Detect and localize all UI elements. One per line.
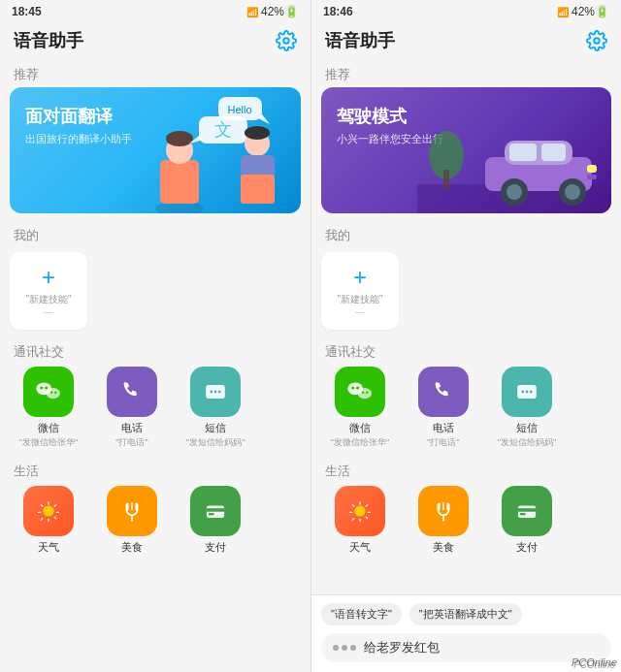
content-right: 推荐 驾驶模式 小兴一路伴您安全出行 bbox=[311, 60, 621, 672]
recommend-label-left: 推荐 bbox=[0, 60, 310, 87]
svg-point-53 bbox=[521, 391, 524, 394]
dot-2 bbox=[342, 645, 347, 651]
my-label-left: 我的 bbox=[0, 221, 310, 248]
wechat-icon-right bbox=[335, 367, 385, 417]
add-skill-card-right[interactable]: + "新建技能" — bbox=[321, 252, 399, 330]
svg-rect-44 bbox=[587, 165, 597, 173]
svg-point-0 bbox=[283, 38, 289, 44]
dash-left: — bbox=[44, 306, 53, 317]
settings-icon-right[interactable] bbox=[586, 30, 607, 51]
phone-hint-right: "打电话" bbox=[427, 436, 459, 449]
translate-illustration: 文 Hello bbox=[126, 87, 301, 213]
plus-icon-left: + bbox=[42, 266, 55, 289]
pay-name-left: 支付 bbox=[205, 540, 226, 555]
svg-point-51 bbox=[366, 392, 368, 394]
svg-point-19 bbox=[50, 392, 52, 394]
dash-right: — bbox=[355, 306, 365, 317]
banner-translate[interactable]: 面对面翻译 出国旅行的翻译小助手 文 bbox=[10, 87, 301, 213]
svg-point-32 bbox=[594, 38, 600, 44]
app-weather-left[interactable]: 天气 bbox=[10, 486, 87, 555]
svg-point-17 bbox=[40, 386, 43, 389]
app-wechat-right[interactable]: 微信 "发微信给张华" bbox=[321, 367, 399, 449]
suggestion-2[interactable]: "把英语翻译成中文" bbox=[409, 603, 522, 625]
banner-title-left: 面对面翻译 bbox=[25, 105, 132, 128]
food-name-left: 美食 bbox=[121, 540, 143, 555]
banner-text-left: 面对面翻译 出国旅行的翻译小助手 bbox=[25, 105, 132, 146]
life-grid-right: 天气 美食 bbox=[321, 486, 611, 555]
svg-point-48 bbox=[351, 386, 354, 389]
sms-hint-left: "发短信给妈妈" bbox=[186, 436, 245, 449]
recommend-label-right: 推荐 bbox=[311, 60, 621, 87]
weather-icon-left bbox=[23, 486, 74, 536]
phone-icon-right bbox=[418, 367, 469, 417]
header-right: 语音助手 bbox=[311, 23, 621, 60]
app-pay-right[interactable]: 支付 bbox=[488, 486, 566, 555]
sms-icon-right bbox=[502, 367, 552, 417]
voice-input-row[interactable]: 给老罗发红包 bbox=[321, 633, 611, 662]
app-sms-right[interactable]: 短信 "发短信给妈妈" bbox=[488, 367, 566, 449]
suggestion-1[interactable]: "语音转文字" bbox=[321, 603, 402, 625]
svg-point-43 bbox=[565, 184, 580, 200]
app-pay-left[interactable]: 支付 bbox=[177, 486, 254, 555]
status-icons-left: 📶 42%🔋 bbox=[246, 5, 299, 18]
sms-name-right: 短信 bbox=[516, 421, 538, 435]
wechat-hint-left: "发微信给张华" bbox=[19, 436, 78, 449]
social-label-right: 通讯社交 bbox=[311, 337, 621, 365]
app-title-right: 语音助手 bbox=[325, 29, 395, 52]
app-wechat-left[interactable]: 微信 "发微信给张华" bbox=[10, 367, 87, 449]
settings-icon-left[interactable] bbox=[276, 30, 297, 51]
wechat-name-right: 微信 bbox=[349, 421, 371, 435]
my-section-right: + "新建技能" — bbox=[311, 248, 621, 337]
weather-name-right: 天气 bbox=[349, 540, 371, 555]
life-grid-left: 天气 美食 bbox=[10, 486, 301, 555]
plus-icon-right: + bbox=[353, 266, 367, 289]
banner-drive[interactable]: 驾驶模式 小兴一路伴您安全出行 bbox=[321, 87, 611, 213]
app-food-right[interactable]: 美食 bbox=[405, 486, 482, 555]
app-phone-right[interactable]: 电话 "打电话" bbox=[405, 367, 482, 449]
svg-rect-62 bbox=[520, 513, 526, 515]
banner-subtitle-left: 出国旅行的翻译小助手 bbox=[25, 132, 132, 146]
food-icon-left bbox=[107, 486, 157, 536]
status-bar-left: 18:45 📶 42%🔋 bbox=[0, 0, 310, 23]
pay-name-right: 支付 bbox=[516, 540, 538, 555]
svg-rect-45 bbox=[587, 175, 597, 179]
weather-name-left: 天气 bbox=[38, 540, 59, 555]
svg-text:文: 文 bbox=[214, 120, 232, 140]
app-food-left[interactable]: 美食 bbox=[93, 486, 171, 555]
food-icon-right bbox=[418, 486, 469, 536]
status-bar-right: 18:46 📶 42%🔋 bbox=[311, 0, 621, 23]
life-apps-left: 天气 美食 bbox=[0, 484, 310, 562]
time-right: 18:46 bbox=[323, 5, 353, 18]
app-weather-right[interactable]: 天气 bbox=[321, 486, 399, 555]
social-grid-right: 微信 "发微信给张华" 电话 "打电话" bbox=[321, 367, 611, 449]
life-label-right: 生活 bbox=[311, 457, 621, 484]
svg-point-23 bbox=[214, 391, 217, 394]
svg-rect-61 bbox=[518, 508, 536, 512]
time-left: 18:45 bbox=[12, 5, 42, 18]
life-label-left: 生活 bbox=[0, 457, 310, 484]
svg-point-50 bbox=[362, 392, 364, 394]
weather-icon-right bbox=[335, 486, 385, 536]
add-skill-card-left[interactable]: + "新建技能" — bbox=[10, 252, 87, 330]
sms-hint-right: "发短信给妈妈" bbox=[498, 436, 556, 449]
content-left: 推荐 面对面翻译 出国旅行的翻译小助手 文 bbox=[0, 60, 310, 672]
food-name-right: 美食 bbox=[433, 540, 454, 555]
pay-icon-left bbox=[190, 486, 241, 536]
phone-icon-left bbox=[107, 367, 157, 417]
svg-rect-35 bbox=[443, 170, 449, 189]
svg-text:Hello: Hello bbox=[227, 104, 251, 115]
signal-left: 📶 bbox=[246, 7, 258, 17]
app-title-left: 语音助手 bbox=[14, 29, 83, 52]
wechat-name-left: 微信 bbox=[38, 421, 59, 435]
app-sms-left[interactable]: 短信 "发短信给妈妈" bbox=[177, 367, 254, 449]
voice-input-text[interactable]: 给老罗发红包 bbox=[364, 639, 600, 656]
svg-rect-30 bbox=[207, 508, 224, 512]
app-phone-left[interactable]: 电话 "打电话" bbox=[93, 367, 171, 449]
svg-point-20 bbox=[54, 392, 56, 394]
suggestions-row: "语音转文字" "把英语翻译成中文" bbox=[321, 603, 611, 625]
svg-rect-39 bbox=[541, 144, 566, 161]
my-section-left: + "新建技能" — bbox=[0, 248, 310, 337]
phone-hint-left: "打电话" bbox=[115, 436, 147, 449]
status-icons-right: 📶 42%🔋 bbox=[557, 5, 609, 18]
voice-dots bbox=[333, 645, 356, 651]
